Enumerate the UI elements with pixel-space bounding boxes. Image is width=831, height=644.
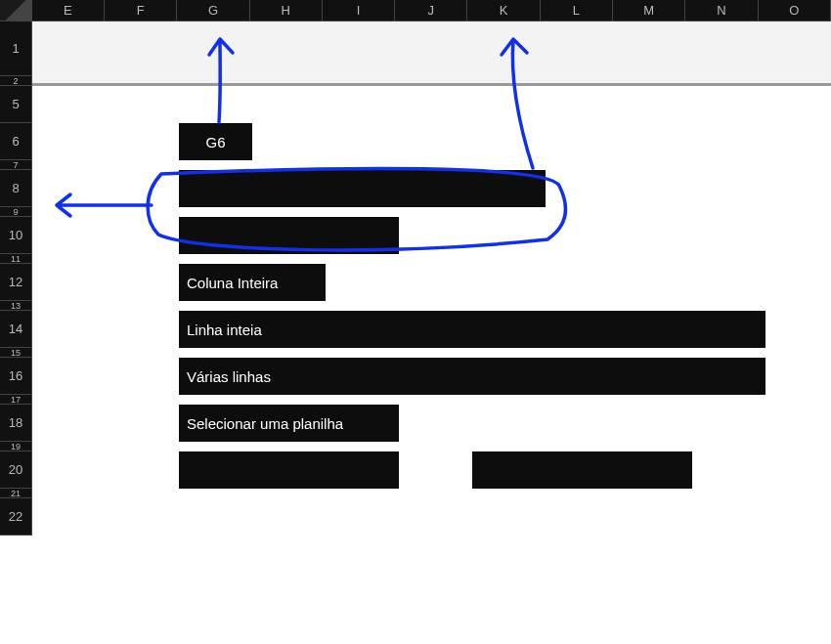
row-header-11[interactable]: 11	[0, 254, 32, 264]
col-header-H[interactable]: H	[250, 0, 323, 21]
row-header-6[interactable]: 6	[0, 123, 32, 160]
cell-k20-m20[interactable]	[472, 451, 692, 489]
row-header-10[interactable]: 10	[0, 217, 32, 254]
col-header-O[interactable]: O	[759, 0, 831, 21]
cell-g12[interactable]: Coluna Inteira	[179, 264, 326, 301]
cell-g16[interactable]: Várias linhas	[179, 358, 765, 395]
row-header-2[interactable]: 2	[0, 76, 32, 86]
col-header-G[interactable]: G	[177, 0, 249, 21]
row-header-17[interactable]: 17	[0, 395, 32, 405]
col-header-J[interactable]: J	[395, 0, 467, 21]
row-header-9[interactable]: 9	[0, 207, 32, 217]
row-header-13[interactable]: 13	[0, 301, 32, 311]
row-header-16[interactable]: 16	[0, 358, 32, 395]
cell-g8-k8[interactable]	[179, 170, 546, 207]
row-header-8[interactable]: 8	[0, 170, 32, 207]
row-header-21[interactable]: 21	[0, 489, 32, 498]
col-header-E[interactable]: E	[32, 0, 105, 21]
cell-g20-i20[interactable]	[179, 451, 399, 489]
row-header-14[interactable]: 14	[0, 311, 32, 348]
select-all-corner[interactable]	[0, 0, 32, 21]
row-header-19[interactable]: 19	[0, 442, 32, 451]
cell-g10-i10[interactable]	[179, 217, 399, 254]
frozen-rows-area[interactable]	[32, 21, 831, 86]
row-header-22[interactable]: 22	[0, 498, 32, 536]
col-header-F[interactable]: F	[105, 0, 177, 21]
col-header-N[interactable]: N	[685, 0, 758, 21]
col-header-M[interactable]: M	[613, 0, 685, 21]
column-headers-row: E F G H I J K L M N O	[0, 0, 831, 21]
row-header-20[interactable]: 20	[0, 451, 32, 489]
col-header-K[interactable]: K	[467, 0, 540, 21]
cell-g18[interactable]: Selecionar uma planilha	[179, 405, 399, 442]
row-header-1[interactable]: 1	[0, 21, 32, 76]
row-header-7[interactable]: 7	[0, 160, 32, 170]
worksheet-area[interactable]: G6 Coluna Inteira Linha inteia Várias li…	[32, 86, 831, 644]
row-header-18[interactable]: 18	[0, 405, 32, 442]
col-header-L[interactable]: L	[541, 0, 613, 21]
row-headers-column: 1 2 5 6 7 8 9 10 11 12 13 14 15 16 17 18…	[0, 21, 32, 536]
row-header-12[interactable]: 12	[0, 264, 32, 301]
row-header-15[interactable]: 15	[0, 348, 32, 358]
cell-g14[interactable]: Linha inteia	[179, 311, 765, 348]
row-header-5[interactable]: 5	[0, 86, 32, 123]
col-header-I[interactable]: I	[323, 0, 395, 21]
cell-g6[interactable]: G6	[179, 123, 252, 160]
